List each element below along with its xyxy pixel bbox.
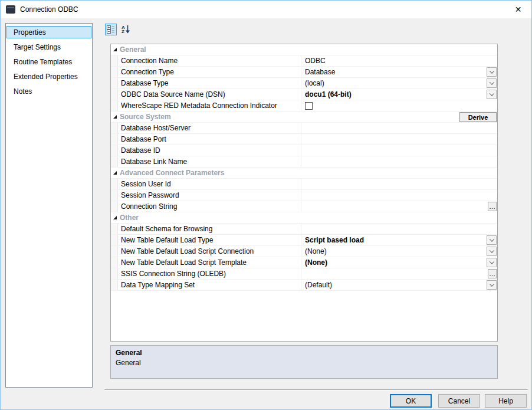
sidebar-item-properties[interactable]: Properties — [6, 26, 91, 38]
row-indent — [111, 224, 118, 234]
chevron-down-icon — [489, 68, 494, 73]
property-value[interactable] — [301, 179, 497, 189]
property-row-new-table-default-load-script-connection[interactable]: New Table Default Load Script Connection… — [111, 246, 497, 257]
value-text: docu1 (64-bit) — [305, 90, 352, 99]
collapse-icon[interactable] — [111, 171, 119, 175]
property-row-session-password[interactable]: Session Password — [111, 190, 497, 201]
ok-button[interactable]: OK — [390, 394, 432, 408]
property-row-database-link-name[interactable]: Database Link Name — [111, 156, 497, 168]
sidebar-item-routine-templates[interactable]: Routine Templates — [6, 55, 91, 68]
property-row-connection-name[interactable]: Connection NameODBC — [111, 55, 497, 67]
property-row-connection-type[interactable]: Connection TypeDatabase — [111, 67, 497, 78]
sidebar-list: PropertiesTarget SettingsRoutine Templat… — [5, 23, 93, 388]
chevron-down-icon — [489, 281, 494, 286]
row-indent — [111, 246, 118, 257]
property-value[interactable]: Script based load — [301, 235, 497, 245]
dropdown-button[interactable] — [487, 90, 497, 99]
value-text: ODBC — [305, 57, 326, 65]
row-indent — [111, 280, 118, 290]
sidebar-item-target-settings[interactable]: Target Settings — [6, 41, 91, 53]
sidebar-item-extended-properties[interactable]: Extended Properties — [6, 70, 91, 83]
property-row-database-id[interactable]: Database ID — [111, 145, 497, 156]
dropdown-button[interactable] — [487, 235, 497, 245]
property-value[interactable]: (Default) — [301, 280, 497, 290]
property-row-wherescape-red-metadata-connection-indicator[interactable]: WhereScape RED Metadata Connection Indic… — [111, 100, 497, 111]
property-row-odbc-data-source-name-dsn[interactable]: ODBC Data Source Name (DSN)docu1 (64-bit… — [111, 89, 497, 100]
connection-odbc-dialog: Connection ODBC ✕ PropertiesTarget Setti… — [0, 0, 532, 410]
sort-letter-z: Z — [121, 29, 125, 34]
description-panel: General General — [110, 345, 498, 379]
property-row-new-table-default-load-type[interactable]: New Table Default Load TypeScript based … — [111, 235, 497, 246]
close-icon[interactable]: ✕ — [505, 1, 531, 18]
property-label: Data Type Mapping Set — [118, 280, 301, 290]
property-value[interactable] — [301, 190, 497, 201]
row-indent — [111, 179, 118, 189]
wherescape-red-metadata-connection-indicator-checkbox[interactable] — [305, 102, 313, 110]
sidebar-item-notes[interactable]: Notes — [6, 85, 91, 97]
category-title: Advanced Connect Parameters — [119, 169, 224, 177]
help-button[interactable]: Help — [485, 394, 527, 408]
dropdown-button[interactable] — [487, 78, 497, 88]
property-row-new-table-default-load-script-template[interactable]: New Table Default Load Script Template(N… — [111, 257, 497, 268]
category-title: General — [119, 45, 146, 54]
property-row-database-type[interactable]: Database Type(local) — [111, 78, 497, 89]
dropdown-button[interactable] — [487, 280, 497, 290]
categorized-view-button[interactable] — [105, 24, 117, 35]
value-text: (None) — [305, 247, 327, 255]
property-value[interactable]: ODBC — [301, 55, 497, 66]
footer-divider — [104, 389, 528, 391]
derive-button[interactable]: Derive — [459, 112, 497, 122]
property-value[interactable] — [301, 224, 497, 234]
property-value[interactable]: (None) — [301, 246, 497, 257]
property-value[interactable]: docu1 (64-bit) — [301, 89, 497, 100]
property-row-session-user-id[interactable]: Session User Id — [111, 179, 497, 190]
chevron-down-icon — [489, 80, 494, 84]
description-text: General — [111, 357, 497, 367]
window-title: Connection ODBC — [20, 5, 78, 14]
collapse-icon[interactable] — [111, 48, 119, 51]
ellipsis-button[interactable]: … — [488, 202, 497, 211]
property-label: Database Host/Server — [118, 123, 301, 133]
row-indent — [111, 123, 118, 133]
property-label: Database Type — [118, 78, 301, 88]
property-label: Default Schema for Browsing — [118, 224, 301, 234]
row-indent — [111, 235, 118, 245]
collapse-icon[interactable] — [111, 115, 119, 119]
property-value[interactable] — [301, 123, 497, 133]
property-value[interactable]: (local) — [301, 78, 497, 88]
property-row-database-host-server[interactable]: Database Host/Server — [111, 123, 497, 134]
collapse-icon[interactable] — [111, 216, 119, 219]
app-icon — [6, 5, 15, 14]
property-label: ODBC Data Source Name (DSN) — [118, 89, 301, 100]
property-grid: GeneralConnection NameODBCConnection Typ… — [110, 44, 498, 342]
row-indent — [111, 67, 118, 77]
property-row-data-type-mapping-set[interactable]: Data Type Mapping Set(Default) — [111, 280, 497, 291]
property-label: Session User Id — [118, 179, 301, 189]
property-label: Connection Type — [118, 67, 301, 77]
category-title: Source System — [119, 113, 171, 121]
dropdown-button[interactable] — [487, 258, 497, 267]
property-value[interactable] — [301, 134, 497, 145]
category-other: Other — [111, 212, 497, 224]
dropdown-button[interactable] — [487, 67, 497, 77]
property-row-connection-string[interactable]: Connection String… — [111, 201, 497, 212]
property-value[interactable] — [301, 145, 497, 156]
property-row-ssis-connection-string-oledb[interactable]: SSIS Connection String (OLEDB)… — [111, 268, 497, 280]
property-value[interactable] — [301, 156, 497, 167]
property-row-database-port[interactable]: Database Port — [111, 134, 497, 145]
dropdown-button[interactable] — [487, 247, 497, 256]
property-value[interactable]: … — [301, 268, 497, 279]
property-value[interactable] — [301, 100, 497, 111]
property-label: New Table Default Load Script Connection — [118, 246, 301, 257]
alphabetical-sort-button[interactable]: A Z — [120, 24, 132, 35]
value-text: (local) — [305, 79, 324, 87]
row-indent — [111, 100, 118, 111]
ellipsis-button[interactable]: … — [488, 269, 497, 278]
value-text: (Default) — [305, 281, 332, 289]
property-value[interactable]: Database — [301, 67, 497, 77]
property-row-default-schema-for-browsing[interactable]: Default Schema for Browsing — [111, 224, 497, 235]
property-value[interactable]: (None) — [301, 257, 497, 268]
cancel-button[interactable]: Cancel — [438, 394, 480, 408]
row-indent — [111, 268, 118, 279]
property-value[interactable]: … — [301, 201, 497, 212]
